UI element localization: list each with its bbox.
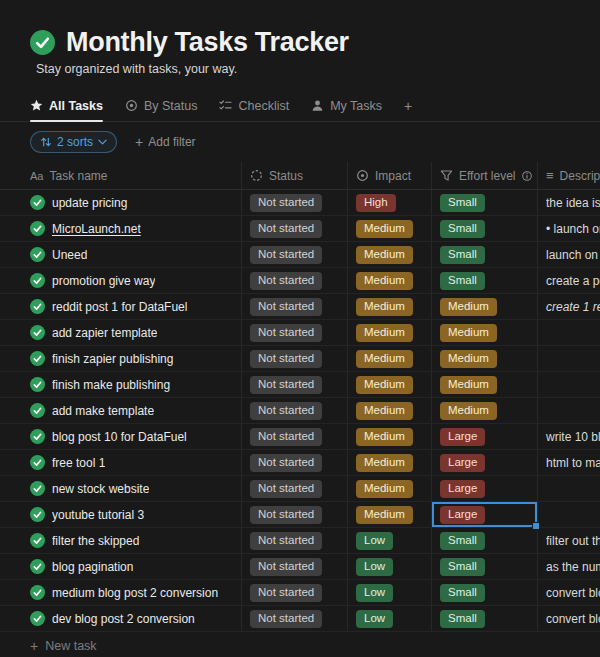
status-badge[interactable]: Not started [250, 428, 322, 446]
effort-cell[interactable]: Large [432, 476, 538, 501]
effort-cell[interactable]: Small [432, 554, 538, 579]
task-name[interactable]: finish zapier publishing [52, 352, 173, 366]
status-cell[interactable]: Not started [242, 346, 348, 371]
effort-badge[interactable]: Small [440, 272, 485, 290]
description-cell[interactable]: create 1 re [538, 294, 600, 319]
status-badge[interactable]: Not started [250, 610, 322, 628]
status-badge[interactable]: Not started [250, 220, 322, 238]
check-circle-icon[interactable] [30, 30, 55, 55]
tab-checklist[interactable]: Checklist [219, 90, 289, 121]
impact-badge[interactable]: Low [356, 584, 393, 602]
description-cell[interactable]: • launch on [538, 216, 600, 241]
description-text[interactable]: html to mar [546, 456, 600, 470]
impact-cell[interactable]: Low [348, 528, 432, 553]
column-header-effort-level[interactable]: Effort level [432, 162, 538, 189]
impact-cell[interactable]: Medium [348, 216, 432, 241]
status-badge[interactable]: Not started [250, 272, 322, 290]
impact-cell[interactable]: Medium [348, 398, 432, 423]
impact-badge[interactable]: Medium [356, 220, 413, 238]
effort-cell[interactable]: Medium [432, 372, 538, 397]
status-cell[interactable]: Not started [242, 242, 348, 267]
description-cell[interactable]: create a po [538, 268, 600, 293]
task-name[interactable]: promotion give way [52, 274, 155, 288]
task-name-cell[interactable]: reddit post 1 for DataFuel [0, 294, 242, 319]
effort-badge[interactable]: Large [440, 480, 485, 498]
status-cell[interactable]: Not started [242, 268, 348, 293]
impact-badge[interactable]: Medium [356, 246, 413, 264]
impact-badge[interactable]: Medium [356, 428, 413, 446]
new-task-button[interactable]: + New task [0, 632, 600, 657]
effort-cell[interactable]: Small [432, 190, 538, 215]
status-badge[interactable]: Not started [250, 298, 322, 316]
status-cell[interactable]: Not started [242, 528, 348, 553]
task-name[interactable]: add zapier template [52, 326, 157, 340]
description-cell[interactable]: convert blo [538, 580, 600, 605]
effort-badge[interactable]: Small [440, 584, 485, 602]
description-cell[interactable]: html to mar [538, 450, 600, 475]
status-badge[interactable]: Not started [250, 324, 322, 342]
description-cell[interactable] [538, 320, 600, 345]
impact-cell[interactable]: Medium [348, 268, 432, 293]
add-filter-button[interactable]: + Add filter [135, 135, 196, 149]
impact-cell[interactable]: Medium [348, 450, 432, 475]
impact-cell[interactable]: Low [348, 554, 432, 579]
description-text[interactable]: create 1 re [546, 300, 600, 314]
impact-badge[interactable]: Medium [356, 402, 413, 420]
status-badge[interactable]: Not started [250, 558, 322, 576]
impact-cell[interactable]: Medium [348, 476, 432, 501]
effort-cell[interactable]: Medium [432, 346, 538, 371]
description-cell[interactable]: write 10 blo [538, 424, 600, 449]
effort-badge[interactable]: Large [440, 428, 485, 446]
status-cell[interactable]: Not started [242, 424, 348, 449]
status-badge[interactable]: Not started [250, 584, 322, 602]
status-cell[interactable]: Not started [242, 502, 348, 527]
effort-cell[interactable]: Large [432, 424, 538, 449]
effort-cell[interactable]: Large [432, 450, 538, 475]
status-cell[interactable]: Not started [242, 450, 348, 475]
impact-badge[interactable]: Medium [356, 506, 413, 524]
impact-badge[interactable]: Medium [356, 298, 413, 316]
task-name[interactable]: new stock website [52, 482, 149, 496]
task-name-cell[interactable]: finish make publishing [0, 372, 242, 397]
task-name-cell[interactable]: blog post 10 for DataFuel [0, 424, 242, 449]
task-name-cell[interactable]: MicroLaunch.net [0, 216, 242, 241]
description-cell[interactable]: launch on u [538, 242, 600, 267]
column-header-impact[interactable]: Impact [348, 162, 432, 189]
impact-cell[interactable]: Low [348, 580, 432, 605]
add-view-button[interactable]: + [404, 90, 412, 121]
description-cell[interactable] [538, 502, 600, 527]
impact-cell[interactable]: Low [348, 606, 432, 631]
impact-badge[interactable]: Medium [356, 376, 413, 394]
description-cell[interactable] [538, 398, 600, 423]
task-name-cell[interactable]: new stock website [0, 476, 242, 501]
description-text[interactable]: • launch on [546, 222, 600, 236]
status-badge[interactable]: Not started [250, 194, 322, 212]
task-name[interactable]: blog post 10 for DataFuel [52, 430, 187, 444]
description-text[interactable]: as the num [546, 560, 600, 574]
column-header-task-name[interactable]: Aa Task name [0, 162, 242, 189]
effort-cell[interactable]: Medium [432, 294, 538, 319]
impact-badge[interactable]: Medium [356, 272, 413, 290]
task-name-cell[interactable]: blog pagination [0, 554, 242, 579]
description-text[interactable]: filter out th [546, 534, 600, 548]
description-cell[interactable]: filter out th [538, 528, 600, 553]
status-badge[interactable]: Not started [250, 506, 322, 524]
task-name[interactable]: reddit post 1 for DataFuel [52, 300, 187, 314]
status-cell[interactable]: Not started [242, 606, 348, 631]
effort-badge[interactable]: Large [440, 454, 485, 472]
impact-cell[interactable]: Medium [348, 502, 432, 527]
description-text[interactable]: launch on u [546, 248, 600, 262]
status-cell[interactable]: Not started [242, 476, 348, 501]
task-name-cell[interactable]: promotion give way [0, 268, 242, 293]
status-badge[interactable]: Not started [250, 350, 322, 368]
description-cell[interactable]: the idea is t [538, 190, 600, 215]
effort-badge[interactable]: Small [440, 558, 485, 576]
effort-badge[interactable]: Small [440, 194, 485, 212]
description-cell[interactable] [538, 372, 600, 397]
impact-cell[interactable]: Medium [348, 372, 432, 397]
task-name-cell[interactable]: free tool 1 [0, 450, 242, 475]
description-text[interactable]: convert blo [546, 612, 600, 626]
description-text[interactable]: convert blo [546, 586, 600, 600]
tab-by-status[interactable]: By Status [125, 90, 198, 121]
impact-badge[interactable]: High [356, 194, 396, 212]
